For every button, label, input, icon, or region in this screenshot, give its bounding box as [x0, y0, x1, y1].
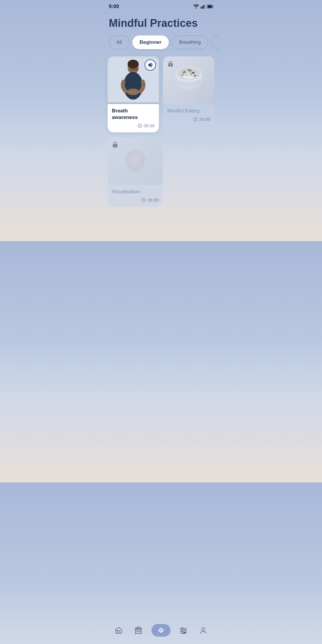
svg-point-18	[170, 64, 171, 65]
filter-tabs: All Beginner Breathing Atten...	[103, 35, 219, 56]
card-image-eating	[163, 56, 214, 104]
lock-badge-eating	[166, 59, 175, 68]
status-icons	[193, 4, 213, 9]
tab-beginner[interactable]: Beginner	[132, 35, 169, 49]
svg-point-33	[114, 145, 115, 146]
svg-rect-5	[213, 6, 213, 7]
svg-rect-2	[203, 5, 204, 9]
card-title-breath: Breath awareness	[112, 108, 155, 121]
card-visualisation[interactable]: Visualisation 16:00	[108, 137, 163, 207]
card-duration-breath: 05:00	[112, 123, 155, 128]
card-mindful-eating[interactable]: Mindful Eating 16:00	[163, 56, 214, 132]
svg-rect-3	[205, 4, 206, 9]
status-bar: 9:00	[103, 0, 219, 12]
card-info-breath: Breath awareness 05:00	[108, 104, 159, 132]
svg-marker-15	[148, 63, 152, 67]
lock-badge-vis	[111, 140, 120, 149]
svg-rect-14	[129, 91, 138, 93]
tab-breathing[interactable]: Breathing	[172, 35, 208, 49]
card-title-vis: Visualisation	[112, 188, 159, 195]
battery-icon	[207, 5, 213, 8]
card-breath-awareness[interactable]: Breath awareness 05:00	[108, 56, 159, 132]
sound-button[interactable]	[145, 59, 156, 71]
bottom-card-row: Visualisation 16:00	[103, 137, 219, 211]
card-duration-eating: 16:00	[167, 117, 210, 122]
svg-rect-0	[201, 7, 202, 9]
svg-rect-6	[208, 6, 212, 8]
card-info-vis: Visualisation 16:00	[108, 185, 163, 207]
svg-point-30	[183, 73, 195, 79]
eating-visual	[163, 56, 214, 104]
cards-grid: Breath awareness 05:00	[103, 56, 219, 137]
svg-rect-1	[202, 6, 203, 9]
tab-attention[interactable]: Atten...	[211, 35, 219, 49]
tab-all[interactable]: All	[109, 35, 129, 49]
card-image-vis	[108, 137, 163, 185]
svg-point-10	[128, 60, 139, 69]
status-time: 9:00	[109, 4, 119, 10]
svg-point-12	[123, 72, 143, 100]
card-info-eating: Mindful Eating 16:00	[163, 104, 214, 126]
page-title: Mindful Practices	[109, 17, 213, 30]
signal-icon	[201, 4, 205, 9]
wifi-icon	[193, 4, 199, 9]
card-image-breath	[108, 56, 159, 104]
header: Mindful Practices	[103, 12, 219, 35]
card-duration-vis: 16:00	[112, 197, 159, 202]
card-title-eating: Mindful Eating	[167, 108, 210, 114]
